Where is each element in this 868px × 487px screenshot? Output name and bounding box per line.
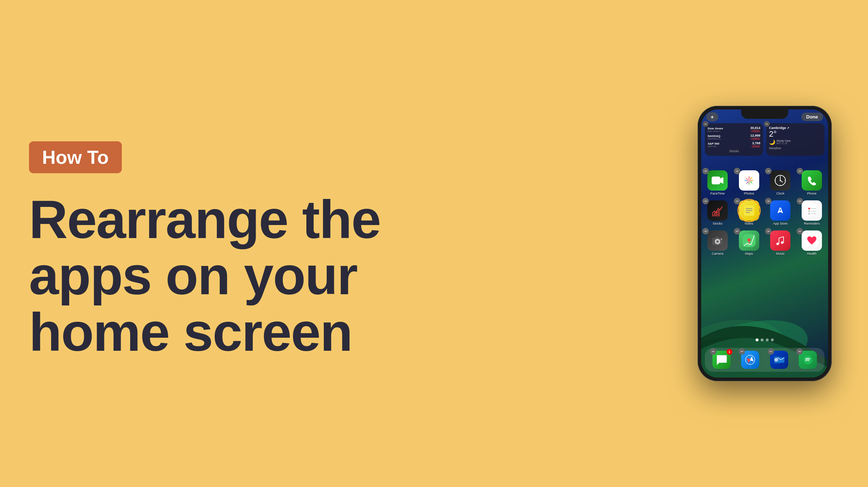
- svg-text:O: O: [775, 358, 777, 362]
- app-maps[interactable]: − 280 Maps: [736, 230, 762, 255]
- phone-remove[interactable]: −: [797, 168, 803, 174]
- photos-remove[interactable]: −: [734, 168, 740, 174]
- dock-outlook[interactable]: − O: [770, 351, 788, 369]
- appstore-label: App Store: [773, 222, 788, 225]
- app-phone[interactable]: − Phone: [799, 170, 824, 195]
- svg-point-54: [803, 355, 813, 365]
- app-music[interactable]: − Music: [768, 230, 793, 255]
- weather-hilo: H:7° L:-3°: [777, 142, 791, 145]
- svg-point-29: [808, 210, 810, 212]
- outlook-remove[interactable]: −: [768, 348, 774, 355]
- svg-rect-17: [714, 212, 716, 216]
- reminders-svg: [805, 204, 818, 217]
- appstore-icon: A: [770, 200, 790, 221]
- plus-icon: +: [711, 114, 714, 120]
- maps-label: Maps: [745, 252, 753, 255]
- camera-svg: [711, 234, 724, 247]
- maps-remove[interactable]: −: [734, 228, 740, 234]
- health-remove[interactable]: −: [797, 228, 803, 234]
- nasdaq-name: NASDAQ: [708, 134, 722, 138]
- health-icon: [802, 230, 822, 251]
- page-dot-4: [771, 338, 774, 341]
- dock-messages[interactable]: − 1: [712, 351, 731, 369]
- svg-rect-3: [712, 176, 720, 184]
- app-facetime[interactable]: − FaceTime: [705, 170, 730, 195]
- svg-point-11: [780, 180, 781, 181]
- reminders-remove[interactable]: −: [797, 198, 803, 204]
- stocks-icon: [707, 200, 728, 221]
- done-button[interactable]: Done: [801, 113, 823, 121]
- svg-point-37: [721, 239, 722, 240]
- page-indicator: [701, 338, 828, 341]
- photos-icon: [739, 170, 759, 191]
- messages-remove[interactable]: −: [710, 348, 716, 355]
- svg-line-43: [779, 237, 784, 238]
- maps-icon: 280: [739, 230, 759, 251]
- phone-illustration: + Done − Dow Jones Dow Jones I... 30,814: [698, 106, 839, 381]
- reminders-label: Reminders: [804, 222, 820, 225]
- app-row-2: − Stocks: [705, 200, 824, 225]
- weather-moon-icon: 🌙: [769, 139, 775, 145]
- main-title: Rearrange the apps on your home screen: [29, 191, 676, 360]
- page-dot-2: [761, 338, 764, 341]
- app-grid: − FaceTime −: [705, 170, 824, 261]
- app-appstore[interactable]: − A App Store: [768, 200, 793, 225]
- facetime-svg: [711, 174, 724, 187]
- stocks-label: Stocks: [712, 222, 722, 225]
- weather-widget-remove[interactable]: −: [764, 121, 770, 127]
- sp500-name: S&P 500: [708, 142, 719, 145]
- add-widget-button[interactable]: +: [706, 112, 718, 121]
- app-reminders[interactable]: − Reminders: [799, 200, 824, 225]
- how-to-badge: How To: [29, 141, 122, 173]
- dock-safari[interactable]: −: [741, 351, 759, 369]
- music-icon: [770, 230, 790, 251]
- svg-rect-16: [712, 214, 714, 216]
- stock-sp500: S&P 500 S&P 500 3,768 -0.72%: [708, 141, 760, 148]
- clock-label: Clock: [776, 192, 785, 195]
- phone-device: + Done − Dow Jones Dow Jones I... 30,814: [698, 106, 832, 381]
- weather-widget-title: Weather: [769, 146, 781, 150]
- facetime-remove[interactable]: −: [702, 168, 709, 174]
- svg-rect-26: [807, 205, 817, 216]
- stocks-widget-remove[interactable]: −: [703, 121, 708, 127]
- dowjones-val: 30,814: [750, 126, 760, 130]
- photos-label: Photos: [744, 192, 754, 195]
- svg-point-27: [808, 208, 810, 209]
- photos-svg: [743, 174, 756, 187]
- maps-svg: 280: [743, 234, 756, 247]
- notes-icon: [739, 200, 759, 221]
- page-dot-3: [766, 338, 769, 341]
- stocks-widget-title: Stocks: [708, 149, 760, 153]
- weather-desc: Mostly Clear: [777, 140, 791, 142]
- svg-point-7: [748, 180, 750, 181]
- camera-label: Camera: [712, 252, 723, 255]
- notes-remove[interactable]: −: [734, 198, 740, 204]
- svg-text:280: 280: [747, 244, 750, 246]
- messages-badge: 1: [727, 349, 732, 355]
- app-clock[interactable]: −: [768, 170, 793, 195]
- spotify-svg: [802, 354, 814, 366]
- phone-screen: + Done − Dow Jones Dow Jones I... 30,814: [701, 109, 828, 378]
- dock-spotify[interactable]: −: [799, 351, 817, 369]
- phone-label: Phone: [807, 192, 817, 195]
- weather-temp: 2°: [769, 130, 777, 138]
- music-label: Music: [776, 252, 785, 255]
- app-notes[interactable]: − Notes: [736, 200, 762, 225]
- app-health[interactable]: − Health: [799, 230, 824, 255]
- clock-svg: [774, 174, 787, 187]
- stocks-svg: [711, 204, 724, 217]
- app-photos[interactable]: −: [736, 170, 762, 195]
- phone-icon: [802, 170, 822, 191]
- sp500-sub: S&P 500: [708, 145, 719, 147]
- camera-remove[interactable]: −: [702, 228, 709, 234]
- stocks-remove[interactable]: −: [702, 198, 709, 204]
- app-camera[interactable]: − Camera: [705, 230, 730, 255]
- notes-label: Notes: [745, 222, 753, 225]
- stock-nasdaq: NASDAQ NASDAQ Co... 12,999 -0.87%: [708, 134, 760, 140]
- app-stocks[interactable]: − Stocks: [705, 200, 730, 225]
- clock-icon: [770, 170, 790, 191]
- camera-icon: [707, 230, 728, 251]
- svg-point-39: [747, 238, 751, 242]
- title-line1: Rearrange the: [29, 190, 380, 249]
- health-svg: [805, 234, 818, 247]
